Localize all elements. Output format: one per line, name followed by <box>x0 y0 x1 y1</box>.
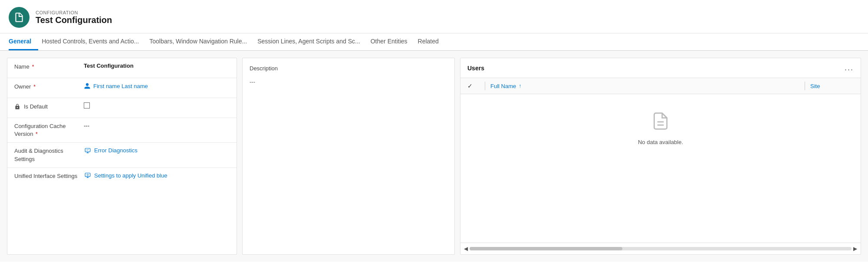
field-name-label: Name * <box>14 62 84 70</box>
scroll-thumb[interactable] <box>470 247 622 250</box>
users-title: Users <box>467 65 484 72</box>
col-divider-1 <box>485 82 485 90</box>
field-owner-label: Owner * <box>14 82 84 90</box>
table-header-row: ✓ Full Name ↑ Site <box>460 78 861 94</box>
field-cache-required: * <box>36 131 38 137</box>
right-panel-header: Users ... <box>460 58 861 78</box>
tab-session-lines[interactable]: Session Lines, Agent Scripts and Sc... <box>257 33 367 50</box>
field-audit-label: Audit & Diagnostics Settings <box>14 147 84 163</box>
document-icon-svg <box>13 12 25 23</box>
field-cache-label: Configuration Cache Version * <box>14 122 84 138</box>
header-text: CONFIGURATION Test Configuration <box>36 10 112 25</box>
field-owner-value[interactable]: First name Last name <box>84 82 230 89</box>
check-icon: ✓ <box>467 82 473 89</box>
no-data-document-icon <box>651 112 670 131</box>
more-options-button[interactable]: ... <box>845 63 854 72</box>
field-audit-row: Audit & Diagnostics Settings Error Diagn… <box>7 143 237 168</box>
config-icon <box>9 7 30 28</box>
field-name-required: * <box>32 64 34 70</box>
field-name-row: Name * Test Configuration <box>7 58 237 78</box>
field-cache-value: --- <box>84 122 230 129</box>
scroll-track[interactable] <box>470 247 852 250</box>
field-unified-label: Unified Interface Settings <box>14 172 84 180</box>
no-data-icon <box>651 112 670 135</box>
scroll-right-button[interactable]: ▶ <box>853 246 857 252</box>
users-table: ✓ Full Name ↑ Site <box>460 78 861 243</box>
tab-other-entities[interactable]: Other Entities <box>371 33 414 50</box>
svg-rect-3 <box>85 173 90 177</box>
field-owner-row: Owner * First name Last name <box>7 78 237 98</box>
config-title: Test Configuration <box>36 15 112 25</box>
isdefault-checkbox[interactable] <box>84 102 90 108</box>
field-unified-row: Unified Interface Settings Settings to a… <box>7 168 237 188</box>
tab-hosted-controls[interactable]: Hosted Controls, Events and Actio... <box>42 33 146 50</box>
description-value: --- <box>250 77 447 87</box>
left-panel: Name * Test Configuration Owner * First … <box>7 58 237 255</box>
no-data-section: No data available. <box>460 94 861 163</box>
page-header: CONFIGURATION Test Configuration <box>0 0 868 33</box>
field-isdefault-label: Is Default <box>14 102 84 110</box>
tab-toolbars[interactable]: Toolbars, Window Navigation Rule... <box>149 33 254 50</box>
svg-point-4 <box>87 174 89 176</box>
lock-icon <box>14 104 20 110</box>
tab-related[interactable]: Related <box>418 33 446 50</box>
field-isdefault-row: Is Default <box>7 98 237 118</box>
no-data-text: No data available. <box>638 139 683 145</box>
field-owner-required: * <box>33 84 36 90</box>
sort-icon-fullname: ↑ <box>519 83 521 89</box>
table-check-col: ✓ <box>467 82 480 89</box>
field-name-value: Test Configuration <box>84 62 230 69</box>
table-col-fullname[interactable]: Full Name ↑ <box>490 83 799 89</box>
diagnostics-icon <box>84 148 92 154</box>
right-panel: Users ... ✓ Full Name ↑ Site <box>460 58 861 255</box>
main-content: Name * Test Configuration Owner * First … <box>0 51 868 262</box>
mid-panel: Description --- <box>242 58 455 255</box>
tab-general[interactable]: General <box>9 33 38 50</box>
field-audit-value[interactable]: Error Diagnostics <box>84 147 230 154</box>
col-divider-2 <box>805 82 805 90</box>
table-col-site[interactable]: Site <box>810 83 854 89</box>
person-icon <box>84 82 91 89</box>
description-label: Description <box>250 65 447 72</box>
tab-bar: General Hosted Controls, Events and Acti… <box>0 33 868 51</box>
scroll-left-button[interactable]: ◀ <box>464 246 468 252</box>
field-unified-value[interactable]: Settings to apply Unified blue <box>84 172 230 179</box>
field-isdefault-value <box>84 102 230 110</box>
config-label: CONFIGURATION <box>36 10 112 15</box>
settings-icon <box>84 172 92 178</box>
field-cache-row: Configuration Cache Version * --- <box>7 118 237 143</box>
scrollbar-area: ◀ ▶ <box>460 243 861 254</box>
